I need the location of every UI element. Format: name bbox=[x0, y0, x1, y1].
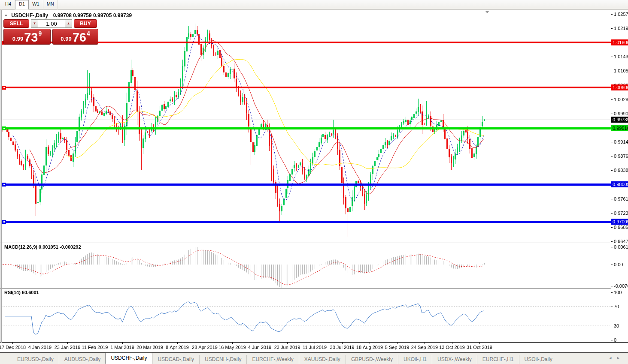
volume-decrease-button[interactable]: ▼ bbox=[31, 19, 38, 28]
triangle-up-icon: ▲ bbox=[67, 22, 70, 25]
tab-eurchf-weekly[interactable]: EURCHF-,Weekly bbox=[246, 355, 298, 364]
buy-price-point: 4 bbox=[87, 30, 90, 37]
macd-indicator-label: MACD(12,26,9) 0.001051 -0.000292 bbox=[4, 244, 81, 250]
chart-symbol-label: USDCHF-,Daily bbox=[11, 12, 48, 18]
triangle-down-icon: ▼ bbox=[33, 22, 36, 25]
tab-ukoil-h1[interactable]: UKOil-,H1 bbox=[398, 355, 432, 364]
tab-gbpusd-weekly[interactable]: GBPUSD-,Weekly bbox=[346, 355, 398, 364]
timeframe-toolbar: H4 D1 W1 MN bbox=[0, 0, 628, 9]
tab-xauusd-daily[interactable]: XAUUSD-,Daily bbox=[299, 355, 346, 364]
tab-usdcad-daily[interactable]: USDCAD-,Daily bbox=[152, 355, 199, 364]
timeframe-button-d1[interactable]: D1 bbox=[15, 0, 29, 9]
timeframe-button-mn[interactable]: MN bbox=[43, 0, 58, 9]
tab-usoil-daily[interactable]: USOil-,Daily bbox=[519, 355, 558, 364]
chart-ohlc-values: 0.99708 0.99759 0.99705 0.99739 bbox=[53, 12, 132, 18]
sell-button[interactable]: SELL bbox=[3, 19, 29, 28]
chart-tab-bar: EURUSD-,Daily AUDUSD-,Daily USDCHF-,Dail… bbox=[0, 352, 628, 364]
tab-scroll-right-icon[interactable]: ► bbox=[616, 356, 625, 360]
volume-input[interactable] bbox=[38, 19, 65, 28]
rsi-indicator-label: RSI(14) 60.6001 bbox=[4, 290, 39, 295]
tab-scroll-left-icon[interactable]: ◄ bbox=[608, 356, 616, 360]
one-click-trading-panel: SELL ▼ ▲ BUY 0.99 73 9 0.99 76 4 bbox=[3, 19, 98, 45]
buy-button[interactable]: BUY bbox=[74, 19, 97, 28]
tab-usdcnh-daily[interactable]: USDCNH-,Daily bbox=[199, 355, 246, 364]
buy-price-pips: 76 bbox=[73, 32, 86, 43]
chart-canvas[interactable] bbox=[0, 0, 628, 364]
timeframe-button-w1[interactable]: W1 bbox=[29, 0, 43, 9]
tab-eurchf-h1[interactable]: EURCHF-,H1 bbox=[477, 355, 519, 364]
tab-eurusd-daily[interactable]: EURUSD-,Daily bbox=[12, 355, 59, 364]
tab-usdchf-daily[interactable]: USDCHF-,Daily bbox=[105, 353, 152, 364]
sell-price-point: 9 bbox=[38, 30, 42, 37]
collapse-one-click-icon[interactable]: ▲ bbox=[4, 13, 8, 17]
sell-price-panel[interactable]: 0.99 73 9 bbox=[3, 29, 51, 45]
tab-usdx-weekly[interactable]: USDX-,Weekly bbox=[432, 355, 477, 364]
buy-price-panel[interactable]: 0.99 76 4 bbox=[52, 29, 98, 45]
buy-price-major: 0.99 bbox=[61, 36, 71, 42]
sell-price-pips: 73 bbox=[24, 32, 38, 43]
volume-increase-button[interactable]: ▲ bbox=[65, 19, 72, 28]
chart-title: ▲ USDCHF-,Daily 0.99708 0.99759 0.99705 … bbox=[4, 12, 132, 18]
tab-audusd-daily[interactable]: AUDUSD-,Daily bbox=[59, 355, 106, 364]
timeframe-button-h4[interactable]: H4 bbox=[2, 0, 15, 9]
sell-price-major: 0.99 bbox=[12, 36, 23, 42]
